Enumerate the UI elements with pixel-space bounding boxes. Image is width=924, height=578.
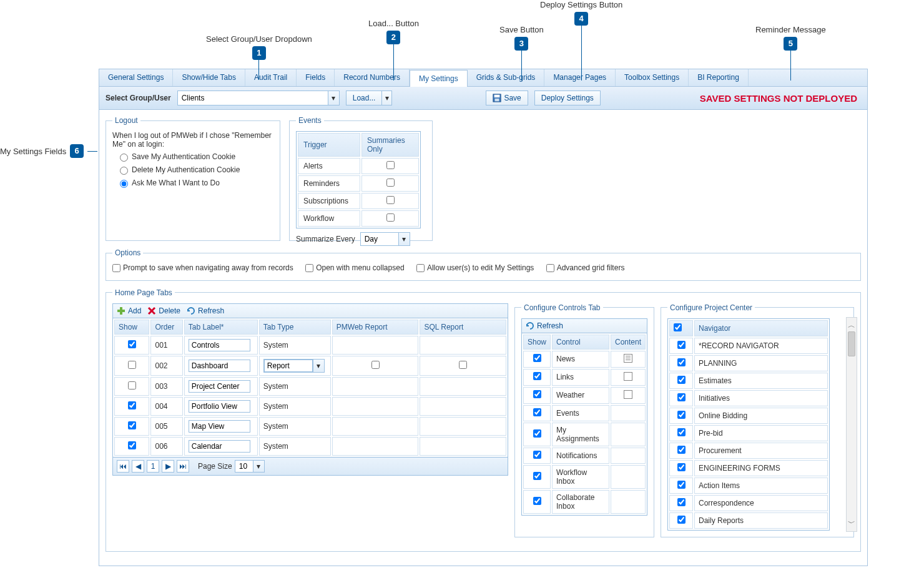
- tab-type-dropdown[interactable]: ▾: [263, 359, 325, 373]
- deploy-settings-button[interactable]: Deploy Settings: [534, 91, 601, 105]
- pc-header-checkbox[interactable]: [674, 323, 682, 331]
- show-checkbox[interactable]: [533, 497, 541, 505]
- show-checkbox[interactable]: [533, 472, 541, 480]
- table-row[interactable]: Procurement: [669, 443, 828, 459]
- delete-button[interactable]: Delete: [147, 306, 180, 315]
- pager-prev[interactable]: ◀: [132, 460, 144, 473]
- table-row[interactable]: Workflow Inbox: [523, 465, 646, 489]
- pager-last[interactable]: ⏭: [177, 460, 189, 473]
- add-button[interactable]: Add: [117, 306, 141, 315]
- summarize-dropdown[interactable]: ▾: [360, 232, 410, 246]
- table-row[interactable]: Initiatives: [669, 390, 828, 406]
- controls-refresh-button[interactable]: Refresh: [526, 321, 563, 330]
- opt-allow-edit[interactable]: [416, 264, 425, 272]
- tab-bi-reporting[interactable]: BI Reporting: [689, 69, 749, 86]
- controls-col-content[interactable]: Content: [611, 335, 646, 350]
- col-type[interactable]: Tab Type: [259, 320, 331, 335]
- col-sql[interactable]: SQL Report: [420, 320, 506, 335]
- controls-col-control[interactable]: Control: [552, 335, 609, 350]
- chevron-down-icon[interactable]: ▾: [328, 91, 339, 105]
- show-checkbox[interactable]: [533, 408, 541, 416]
- radio-save-cookie[interactable]: [120, 154, 128, 162]
- table-row[interactable]: Notifications: [523, 448, 646, 464]
- table-row[interactable]: Pre-bid: [669, 425, 828, 441]
- controls-col-show[interactable]: Show: [523, 335, 551, 350]
- workflow-checkbox[interactable]: [386, 213, 395, 222]
- show-checkbox[interactable]: [677, 341, 686, 349]
- opt-prompt-save[interactable]: [112, 264, 120, 272]
- sql-checkbox[interactable]: [459, 361, 467, 369]
- chevron-down-icon[interactable]: ▾: [313, 360, 324, 372]
- show-checkbox[interactable]: [677, 428, 686, 436]
- refresh-button[interactable]: Refresh: [187, 306, 224, 315]
- opt-advanced-filters[interactable]: [546, 264, 554, 272]
- pager-first[interactable]: ⏮: [117, 460, 129, 473]
- table-row[interactable]: Events: [523, 405, 646, 421]
- table-row[interactable]: ENGINEERING FORMS: [669, 460, 828, 476]
- load-button[interactable]: Load... ▾: [346, 91, 393, 105]
- show-checkbox[interactable]: [533, 390, 541, 398]
- table-row[interactable]: Estimates: [669, 373, 828, 389]
- pmweb-checkbox[interactable]: [371, 361, 380, 369]
- tab-label-input[interactable]: [189, 420, 250, 433]
- chevron-down-icon[interactable]: ▾: [253, 461, 264, 472]
- tab-label-input[interactable]: [189, 380, 250, 393]
- table-row[interactable]: Online Bidding: [669, 408, 828, 424]
- table-row[interactable]: My Assignments: [523, 423, 646, 446]
- tab-label-input[interactable]: [189, 440, 250, 453]
- table-row[interactable]: Daily Reports: [669, 512, 828, 529]
- select-group-input[interactable]: [178, 91, 328, 105]
- table-row[interactable]: PLANNING: [669, 355, 828, 371]
- reminders-checkbox[interactable]: [386, 179, 395, 187]
- show-checkbox[interactable]: [128, 340, 136, 348]
- table-row[interactable]: Collaborate Inbox: [523, 490, 646, 514]
- pagesize-dropdown[interactable]: ▾: [235, 460, 265, 473]
- table-row[interactable]: 004 System: [114, 397, 506, 416]
- show-checkbox[interactable]: [677, 463, 686, 471]
- tab-type-input[interactable]: [264, 360, 313, 372]
- alerts-checkbox[interactable]: [386, 161, 395, 169]
- radio-delete-cookie[interactable]: [120, 167, 128, 175]
- show-checkbox[interactable]: [677, 376, 686, 384]
- show-checkbox[interactable]: [533, 354, 541, 362]
- chevron-down-icon[interactable]: ▾: [398, 233, 410, 245]
- col-label[interactable]: Tab Label*: [184, 320, 258, 335]
- show-checkbox[interactable]: [533, 372, 541, 380]
- chevron-down-icon[interactable]: ▾: [382, 91, 392, 105]
- radio-ask-me[interactable]: [120, 180, 128, 188]
- show-checkbox[interactable]: [677, 358, 686, 366]
- col-order[interactable]: Order: [150, 320, 182, 335]
- table-row[interactable]: Links: [523, 369, 646, 386]
- scroll-down-icon[interactable]: ﹀: [848, 516, 855, 531]
- save-button[interactable]: Save: [486, 91, 528, 105]
- table-row[interactable]: *RECORD NAVIGATOR: [669, 338, 828, 354]
- table-row[interactable]: Action Items: [669, 478, 828, 494]
- pager-page[interactable]: 1: [147, 460, 159, 473]
- subscriptions-checkbox[interactable]: [386, 196, 395, 204]
- scrollbar[interactable]: ︿ ﹀: [846, 317, 857, 532]
- show-checkbox[interactable]: [533, 451, 541, 459]
- show-checkbox[interactable]: [128, 421, 136, 429]
- show-checkbox[interactable]: [677, 446, 686, 454]
- tab-label-input[interactable]: [189, 400, 250, 413]
- pc-col-navigator[interactable]: Navigator: [694, 320, 828, 336]
- tab-label-input[interactable]: [189, 360, 250, 372]
- show-checkbox[interactable]: [677, 498, 686, 506]
- opt-collapsed[interactable]: [305, 264, 313, 272]
- scroll-up-icon[interactable]: ︿: [848, 318, 855, 333]
- show-checkbox[interactable]: [677, 481, 686, 489]
- summarize-input[interactable]: [361, 233, 398, 245]
- pagesize-input[interactable]: [235, 461, 253, 472]
- show-checkbox[interactable]: [677, 516, 686, 524]
- show-checkbox[interactable]: [128, 361, 136, 369]
- tab-toolbox-settings[interactable]: Toolbox Settings: [616, 69, 689, 86]
- table-row[interactable]: 003 System: [114, 377, 506, 396]
- show-checkbox[interactable]: [128, 401, 136, 409]
- tab-general-settings[interactable]: General Settings: [99, 69, 173, 86]
- table-row[interactable]: 006 System: [114, 437, 506, 456]
- pager-next[interactable]: ▶: [162, 460, 174, 473]
- show-checkbox[interactable]: [677, 411, 686, 419]
- tab-my-settings[interactable]: My Settings: [410, 70, 468, 87]
- col-pmweb[interactable]: PMWeb Report: [332, 320, 419, 335]
- show-checkbox[interactable]: [128, 381, 136, 389]
